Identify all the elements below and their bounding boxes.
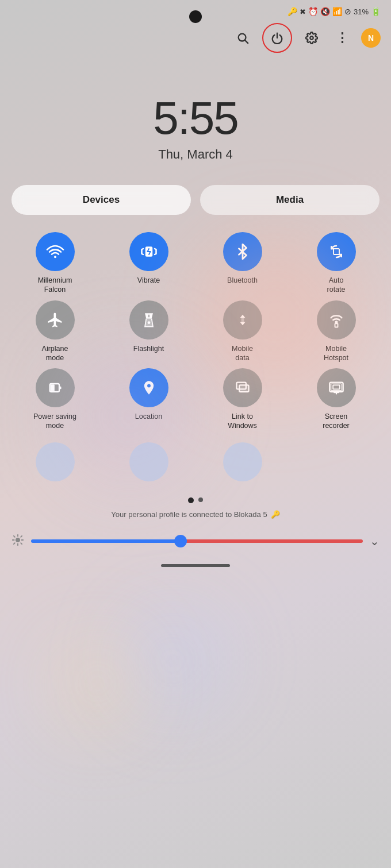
tile-location-label: Location: [135, 412, 162, 421]
link-windows-icon: [223, 368, 262, 407]
tile-power-saving[interactable]: Power savingmode: [9, 368, 101, 431]
tab-devices[interactable]: Devices: [12, 185, 191, 215]
tile-hotspot[interactable]: MobileHotspot: [290, 300, 382, 363]
wifi-icon: [36, 232, 75, 271]
partial-tile-4: [290, 442, 382, 481]
mobile-data-icon: [223, 300, 262, 340]
tile-hotspot-label: MobileHotspot: [324, 344, 348, 363]
tile-linkwindows-label: Link toWindows: [228, 412, 257, 431]
tile-wifi-label: MillenniumFalcon: [38, 276, 72, 295]
blocked-icon: ⊘: [344, 7, 351, 16]
tab-row: Devices Media: [0, 173, 391, 221]
vibrate-icon: [129, 232, 168, 271]
bluetooth-icon: [223, 232, 262, 271]
profile-banner-text: Your personal profile is connected to Bl…: [111, 510, 267, 519]
alarm-icon: ⏰: [308, 7, 318, 16]
tile-wifi[interactable]: MillenniumFalcon: [9, 232, 101, 295]
page-dots: [0, 497, 391, 503]
auto-rotate-icon: [317, 232, 356, 271]
svg-point-17: [147, 384, 151, 388]
clock-section: 5:55 Thu, March 4: [0, 57, 391, 173]
battery-icon: 🔋: [371, 7, 381, 16]
partial-tiles-row: [0, 431, 391, 481]
tile-mobiledata-label: Mobiledata: [232, 344, 253, 363]
avatar-button[interactable]: N: [361, 28, 381, 48]
tile-screenrecorder-label: Screenrecorder: [323, 412, 350, 431]
tile-screen-recorder[interactable]: Screenrecorder: [290, 368, 382, 431]
battery-text: 31%: [354, 7, 369, 16]
avatar-label: N: [368, 33, 374, 43]
svg-line-32: [14, 543, 15, 544]
screen-recorder-icon: [317, 368, 356, 407]
tile-powersaving-label: Power savingmode: [33, 412, 76, 431]
tile-flashlight[interactable]: Flashlight: [103, 300, 194, 363]
tile-vibrate-label: Vibrate: [137, 276, 160, 285]
settings-button[interactable]: [301, 28, 322, 48]
power-saving-icon: [36, 368, 75, 407]
svg-rect-22: [333, 385, 340, 389]
tile-mobile-data[interactable]: Mobiledata: [197, 300, 288, 363]
key-icon: 🔑: [288, 7, 297, 16]
power-button[interactable]: [262, 23, 292, 53]
svg-rect-15: [59, 387, 62, 389]
search-button[interactable]: [232, 28, 253, 48]
location-icon: [129, 368, 168, 407]
profile-key-icon: 🔑: [271, 510, 280, 519]
svg-line-1: [245, 40, 248, 43]
svg-rect-8: [334, 249, 339, 254]
brightness-icon: [12, 534, 24, 549]
svg-point-3: [54, 256, 56, 258]
tile-airplane[interactable]: Airplanemode: [9, 300, 101, 363]
svg-rect-13: [335, 323, 338, 327]
tab-media[interactable]: Media: [200, 185, 379, 215]
svg-point-25: [16, 538, 20, 542]
svg-rect-19: [239, 385, 248, 392]
partial-tile-3: [197, 442, 288, 481]
tiles-grid: MillenniumFalcon Vibrate Bluetooth: [0, 221, 391, 431]
tile-link-windows[interactable]: Link toWindows: [197, 368, 288, 431]
svg-line-33: [21, 535, 22, 537]
page-dot-1: [188, 497, 194, 503]
brightness-slider[interactable]: [31, 539, 363, 543]
flashlight-icon: [129, 300, 168, 340]
svg-point-2: [310, 36, 313, 40]
tile-auto-rotate[interactable]: Autorotate: [290, 232, 382, 295]
tile-bluetooth[interactable]: Bluetooth: [197, 232, 288, 295]
tile-bluetooth-label: Bluetooth: [227, 276, 258, 285]
page-dot-2: [198, 497, 203, 502]
partial-tile-1: [9, 442, 101, 481]
clock-date: Thu, March 4: [0, 147, 391, 162]
top-controls: ⋮ N: [0, 18, 391, 57]
brightness-expand-button[interactable]: ⌄: [370, 534, 379, 548]
partial-tile-2: [103, 442, 194, 481]
tile-location[interactable]: Location: [103, 368, 194, 431]
svg-rect-11: [241, 318, 244, 322]
clock-time: 5:55: [0, 92, 391, 145]
profile-banner: Your personal profile is connected to Bl…: [0, 510, 391, 519]
mute-icon: 🔇: [320, 7, 330, 16]
tile-airplane-label: Airplanemode: [42, 344, 68, 363]
tile-vibrate[interactable]: Vibrate: [103, 232, 194, 295]
camera-dot: [189, 10, 202, 23]
airplane-icon: [36, 300, 75, 340]
svg-line-29: [21, 543, 22, 544]
brightness-thumb[interactable]: [174, 535, 187, 547]
tile-flashlight-label: Flashlight: [133, 344, 164, 353]
svg-point-9: [147, 321, 150, 324]
svg-rect-16: [50, 384, 54, 391]
more-button[interactable]: ⋮: [331, 28, 352, 48]
bluetooth-status-icon: ✖: [300, 7, 306, 16]
tile-autorotate-label: Autorotate: [327, 276, 346, 295]
brightness-row: ⌄: [0, 524, 391, 558]
svg-line-28: [14, 535, 15, 537]
hotspot-icon: [317, 300, 356, 340]
bottom-bar: [161, 564, 230, 567]
wifi-status-icon: 📶: [332, 7, 342, 16]
